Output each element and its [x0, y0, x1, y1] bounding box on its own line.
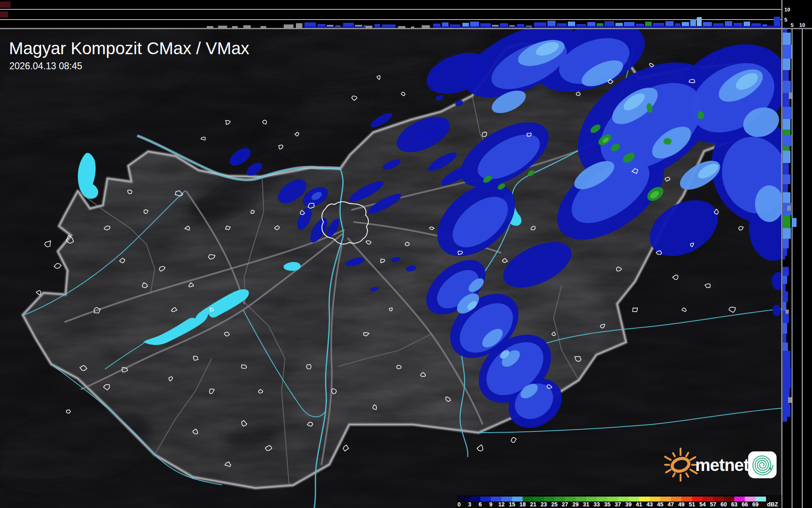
legend-label: 57 — [710, 501, 716, 508]
echo-row — [783, 291, 788, 302]
echo-row — [783, 239, 789, 249]
echo-column — [243, 25, 251, 28]
width-tick-label: 5 — [790, 22, 793, 28]
echo-row — [783, 70, 789, 81]
echo-column — [411, 26, 414, 28]
echo-row — [783, 81, 791, 93]
echo-row — [783, 276, 787, 284]
echo-row — [783, 151, 790, 163]
echo-row — [783, 146, 790, 151]
vmax-right-projection — [782, 29, 812, 508]
echo-row — [786, 310, 789, 314]
dbz-color-legend: 0369121518212325272931333537394143454749… — [457, 495, 781, 508]
echo-column — [304, 26, 366, 28]
echo-column — [284, 24, 293, 28]
corner-mark — [0, 2, 11, 8]
legend-label: 15 — [509, 501, 515, 508]
echo-row — [783, 192, 790, 203]
echo-row — [783, 284, 786, 291]
echo-row — [783, 334, 786, 343]
legend-label: 9 — [489, 501, 492, 508]
legend-label: 0 — [457, 501, 461, 508]
echo-row — [783, 163, 789, 174]
radar-echo — [663, 138, 672, 145]
legend-label: 66 — [742, 501, 748, 508]
echo-row — [783, 135, 791, 146]
legend-label: 37 — [615, 501, 621, 508]
legend-label: dBZ — [767, 501, 778, 508]
echo-row — [783, 267, 789, 276]
echo-row — [783, 45, 792, 59]
echo-column — [433, 26, 531, 28]
echo-row — [783, 323, 787, 334]
height-tick-label: 10 — [784, 7, 790, 13]
legend-label: 23 — [541, 501, 547, 508]
metnet-wordmark: metnet — [695, 455, 749, 475]
legend-label: 18 — [519, 501, 526, 508]
legend-label: 27 — [562, 501, 568, 508]
echo-column — [207, 26, 213, 28]
legend-label: 39 — [625, 501, 632, 508]
page-title: Magyar Kompozit CMax / VMax — [9, 39, 250, 58]
legend-label: 21 — [530, 501, 536, 508]
legend-label: 63 — [731, 501, 738, 508]
legend-label: 43 — [646, 501, 653, 508]
spiral-dot — [769, 467, 771, 470]
legend-label: 31 — [583, 501, 589, 508]
radar-echo — [773, 305, 781, 316]
echo-column — [422, 25, 430, 28]
echo-row — [783, 59, 790, 70]
legend-label: 47 — [668, 501, 674, 508]
echo-row — [783, 130, 790, 135]
legend-label: 41 — [636, 501, 642, 508]
echo-row — [783, 93, 790, 107]
echo-row — [783, 351, 790, 368]
echo-row — [787, 206, 791, 211]
corner-bg — [782, 0, 812, 28]
legend-label: 45 — [657, 501, 663, 508]
legend-label: 69 — [752, 501, 759, 508]
timestamp: 2026.04.13 08:45 — [9, 61, 82, 71]
legend-label: 12 — [498, 501, 505, 508]
echo-column — [218, 26, 227, 28]
echo-row — [783, 417, 787, 422]
echo-row — [783, 119, 790, 130]
echo-row — [783, 29, 787, 33]
echo-column — [398, 26, 405, 28]
legend-label: 25 — [551, 501, 558, 508]
legend-label: 3 — [468, 501, 471, 508]
echo-row — [783, 405, 790, 417]
echo-row — [783, 343, 788, 351]
legend-label: 29 — [572, 501, 579, 508]
echo-row — [783, 174, 790, 184]
echo-row — [783, 184, 788, 192]
echo-column — [232, 26, 238, 28]
vmax-top-projection — [0, 0, 781, 28]
hungary-radar-map — [0, 0, 812, 508]
echo-column — [534, 26, 781, 28]
echo-row — [792, 218, 797, 227]
width-tick-label: 10 — [799, 22, 805, 28]
echo-column — [296, 23, 302, 28]
legend-label: 49 — [678, 501, 685, 508]
echo-row — [783, 368, 791, 388]
echo-column — [260, 26, 266, 28]
radar-echo — [755, 185, 784, 222]
echo-row — [789, 92, 793, 99]
echo-row — [783, 215, 790, 228]
echo-row — [783, 33, 791, 45]
echo-row — [783, 249, 787, 256]
height-tick-label: 5 — [784, 17, 787, 23]
legend-label: 54 — [699, 501, 706, 508]
legend-color-cells — [459, 497, 766, 501]
legend-label: 35 — [604, 501, 611, 508]
radar-composite-image: 105510 036912151821232527293133353739414… — [0, 0, 812, 508]
legend-label: 33 — [593, 501, 600, 508]
echo-row — [783, 302, 786, 311]
echo-row — [783, 107, 791, 119]
legend-label: 6 — [479, 501, 482, 508]
echo-row — [783, 256, 785, 259]
axis-corner: 105510 — [782, 0, 812, 28]
app-icon-bg — [748, 451, 777, 478]
legend-label: 51 — [689, 501, 695, 508]
